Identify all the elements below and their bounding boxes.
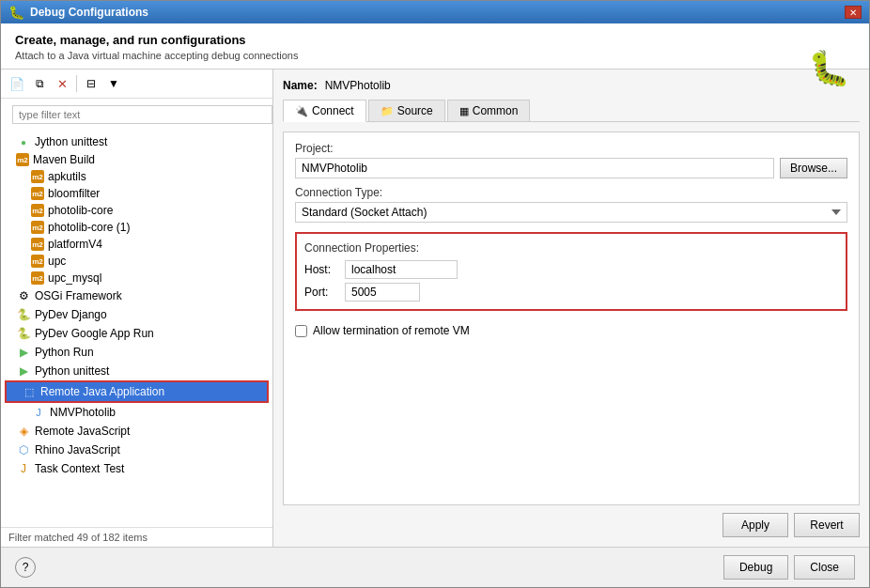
- tree-item-pydev-django[interactable]: 🐍 PyDev Django: [1, 305, 272, 324]
- filter-input[interactable]: [12, 105, 272, 124]
- port-label: Port:: [304, 286, 337, 299]
- window-title: Debug Configurations: [30, 6, 148, 19]
- filter-area: [1, 99, 272, 131]
- rhino-js-icon: ⬡: [16, 442, 31, 457]
- toolbar: 📄 ⧉ ✕ ⊟ ▼: [1, 70, 272, 99]
- tree-item-osgi[interactable]: ⚙ OSGi Framework: [1, 286, 272, 305]
- host-port-grid: Host: Port:: [304, 260, 838, 302]
- python-run-icon: ▶: [16, 345, 31, 360]
- tree-area[interactable]: ● Jython unittest m2 Maven Build m2 apku…: [1, 131, 272, 527]
- upc-icon: m2: [31, 255, 44, 268]
- maven-icon: m2: [16, 153, 29, 166]
- revert-button[interactable]: Revert: [794, 513, 860, 537]
- tree-item-remote-java[interactable]: ⬚ Remote Java Application: [7, 382, 267, 401]
- tree-item-maven[interactable]: m2 Maven Build: [1, 151, 272, 168]
- project-row: Project: Browse...: [295, 142, 847, 178]
- tree-item-nmvphotolib[interactable]: J NMVPhotolib: [1, 403, 272, 422]
- source-icon: 📁: [381, 105, 394, 117]
- bottom-bar: ? Debug Close: [1, 547, 869, 587]
- bottom-left: ?: [15, 557, 36, 578]
- tree-item-label: upc_mysql: [48, 271, 101, 285]
- delete-button[interactable]: ✕: [52, 73, 72, 94]
- tree-item-label2: Test: [103, 462, 124, 475]
- tree-item-label: bloomfilter: [48, 187, 100, 200]
- upc-mysql-icon: m2: [31, 271, 44, 285]
- duplicate-button[interactable]: ⧉: [29, 73, 50, 94]
- tree-item-label: Jython unittest: [35, 135, 107, 148]
- tree-item-label: Task Context: [35, 462, 100, 475]
- tree-item-pydev-google[interactable]: 🐍 PyDev Google App Run: [1, 324, 272, 343]
- common-icon: ▦: [459, 105, 469, 117]
- port-row: Port:: [304, 283, 838, 302]
- project-input-row: Browse...: [295, 158, 847, 178]
- tree-item-task-context[interactable]: J Task Context Test: [1, 459, 272, 478]
- tree-item-label: Remote Java Application: [40, 385, 164, 398]
- header-section: Create, manage, and run configurations A…: [1, 23, 869, 70]
- tree-item-bloomfilter[interactable]: m2 bloomfilter: [1, 185, 272, 202]
- tree-item-remote-js[interactable]: ◈ Remote JavaScript: [1, 422, 272, 441]
- tree-item-label: photolib-core (1): [48, 221, 130, 234]
- debug-bug-icon: 🐛: [808, 52, 850, 85]
- config-content: Project: Browse... Connection Type: Stan…: [283, 132, 860, 505]
- tree-item-label: PyDev Django: [35, 308, 107, 321]
- tree-item-jython[interactable]: ● Jython unittest: [1, 132, 272, 151]
- tab-bar: 🔌 Connect 📁 Source ▦ Common: [283, 100, 860, 122]
- tree-item-rhino-js[interactable]: ⬡ Rhino JavaScript: [1, 441, 272, 459]
- host-row: Host:: [304, 260, 838, 279]
- tab-source[interactable]: 📁 Source: [368, 100, 445, 121]
- tree-item-upc-mysql[interactable]: m2 upc_mysql: [1, 270, 272, 286]
- tree-item-python-unittest[interactable]: ▶ Python unittest: [1, 362, 272, 380]
- apply-button[interactable]: Apply: [722, 513, 788, 537]
- bloomfilter-icon: m2: [31, 187, 44, 200]
- python-unittest-icon: ▶: [16, 364, 31, 379]
- tab-common-label: Common: [473, 104, 519, 117]
- pydev-google-icon: 🐍: [16, 326, 31, 341]
- tree-item-photolib-core-1[interactable]: m2 photolib-core (1): [1, 219, 272, 236]
- termination-row: Allow termination of remote VM: [295, 324, 847, 337]
- tree-item-label: upc: [48, 255, 66, 268]
- remote-java-icon: ⬚: [22, 384, 37, 399]
- platformv4-icon: m2: [31, 238, 44, 251]
- config-name-value: NMVPhotolib: [325, 79, 391, 92]
- tab-source-label: Source: [397, 104, 433, 117]
- header-title: Create, manage, and run configurations: [15, 33, 855, 47]
- connection-type-select[interactable]: Standard (Socket Attach): [295, 202, 847, 223]
- host-label: Host:: [304, 263, 337, 276]
- tree-item-label: Maven Build: [33, 153, 95, 166]
- project-input[interactable]: [295, 158, 774, 178]
- name-row: Name: NMVPhotolib: [283, 79, 860, 92]
- host-input[interactable]: [345, 260, 458, 279]
- tab-common[interactable]: ▦ Common: [447, 100, 531, 121]
- pydev-django-icon: 🐍: [16, 307, 31, 322]
- tree-item-photolib-core[interactable]: m2 photolib-core: [1, 202, 272, 219]
- tree-item-python-run[interactable]: ▶ Python Run: [1, 343, 272, 362]
- bug-icon: 🐛: [8, 5, 24, 20]
- tab-connect-label: Connect: [312, 104, 354, 117]
- allow-termination-checkbox[interactable]: [295, 325, 307, 337]
- connect-icon: 🔌: [295, 105, 308, 117]
- tab-connect[interactable]: 🔌 Connect: [283, 100, 366, 122]
- remote-java-selected-wrapper: ⬚ Remote Java Application: [5, 380, 269, 403]
- jython-icon: ●: [16, 134, 31, 149]
- tree-item-platformv4[interactable]: m2 platformV4: [1, 236, 272, 253]
- connection-props-section: Connection Properties: Host: Port:: [295, 232, 847, 311]
- new-config-button[interactable]: 📄: [7, 73, 27, 94]
- port-input[interactable]: [345, 283, 420, 302]
- connection-props-label: Connection Properties:: [304, 241, 838, 255]
- tree-item-label: OSGi Framework: [35, 289, 122, 302]
- close-button[interactable]: ✕: [845, 6, 862, 19]
- apply-revert-row: Apply Revert: [283, 513, 860, 537]
- tree-item-upc[interactable]: m2 upc: [1, 253, 272, 270]
- toolbar-sep-1: [76, 75, 77, 92]
- collapse-button[interactable]: ⊟: [81, 73, 101, 94]
- browse-button[interactable]: Browse...: [780, 158, 847, 178]
- connection-type-row: Connection Type: Standard (Socket Attach…: [295, 186, 847, 223]
- tree-item-apkutils[interactable]: m2 apkutils: [1, 168, 272, 185]
- close-button-bottom[interactable]: Close: [794, 555, 855, 580]
- title-controls: ✕: [845, 6, 862, 19]
- photolib-core-icon: m2: [31, 204, 44, 217]
- expand-button[interactable]: ▼: [103, 73, 124, 94]
- help-button[interactable]: ?: [15, 557, 36, 578]
- header-subtitle: Attach to a Java virtual machine accepti…: [15, 50, 855, 61]
- debug-button[interactable]: Debug: [723, 555, 788, 580]
